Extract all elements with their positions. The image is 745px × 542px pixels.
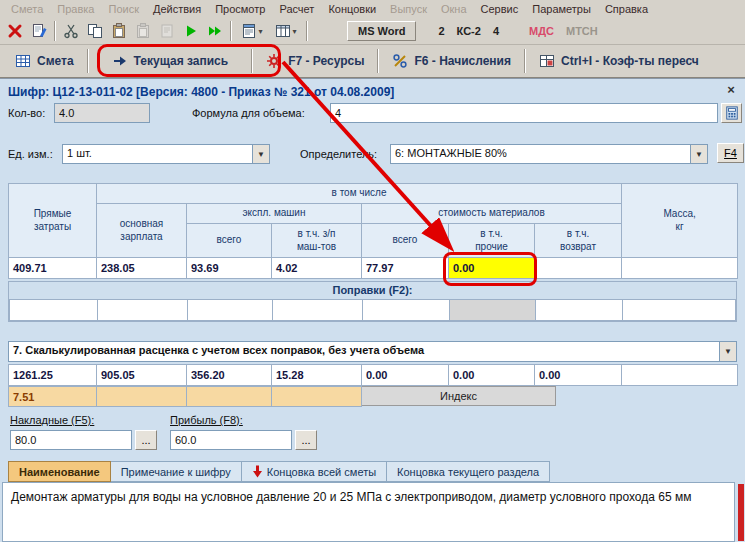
menu-item-okna[interactable]: Окна [434, 2, 474, 16]
tab-name[interactable]: Наименование [8, 461, 111, 482]
calc-cell-mass[interactable] [622, 365, 738, 386]
unit-select[interactable]: 1 шт. ▼ [62, 144, 270, 164]
edit-record-button[interactable] [27, 20, 51, 43]
menu-item-vypusk[interactable]: Выпуск [383, 2, 434, 16]
calc-cell-base-wage[interactable]: 905.05 [97, 365, 187, 386]
mtsn-button[interactable]: МТСН [560, 23, 604, 39]
tab-code-note[interactable]: Примечание к шифру [111, 461, 242, 482]
volume-formula-field[interactable] [330, 103, 718, 123]
chevron-down-icon: ▾ [292, 27, 296, 36]
index-empty-cell[interactable] [187, 387, 272, 407]
cell-materials-total[interactable]: 77.97 [362, 258, 449, 279]
cell-mass[interactable] [622, 258, 738, 279]
overhead-field[interactable] [10, 430, 132, 450]
dropdown-arrow-icon[interactable]: ▼ [252, 145, 269, 163]
unit-value: 1 шт. [67, 147, 249, 159]
copy-button[interactable] [83, 20, 107, 43]
resources-button[interactable]: F7 - Ресурсы [257, 49, 373, 73]
toolbar-separator [54, 21, 56, 41]
paste-special-button[interactable] [131, 20, 155, 43]
menu-item-prosmotr[interactable]: Просмотр [208, 2, 272, 16]
cell-machines-total[interactable]: 93.69 [187, 258, 272, 279]
correction-cell[interactable] [188, 300, 273, 321]
calc-cell-direct[interactable]: 1261.25 [9, 365, 97, 386]
columns-button[interactable]: ▾ [269, 20, 303, 43]
paste-special-icon [135, 23, 151, 39]
menu-item-servis[interactable]: Сервис [474, 2, 526, 16]
overhead-more-button[interactable]: ... [135, 430, 157, 450]
correction-cell[interactable] [363, 300, 450, 321]
smeta-view-label: Смета [37, 54, 74, 68]
determinant-select[interactable]: 6: МОНТАЖНЫЕ 80% ▼ [390, 144, 708, 164]
bottom-tabs: Наименование Примечание к шифру Концовка… [8, 461, 550, 483]
calc-cell-materials-return[interactable]: 0.00 [535, 365, 622, 386]
f4-button[interactable]: F4 [717, 143, 744, 163]
correction-cell[interactable] [536, 300, 623, 321]
profit-more-button[interactable]: ... [295, 430, 317, 450]
current-record-button[interactable]: Текущая запись [103, 49, 238, 73]
toolbar-separator [524, 49, 526, 73]
menu-item-deystviya[interactable]: Действия [146, 2, 208, 16]
quantity-field[interactable] [54, 103, 150, 123]
menu-item-raschet[interactable]: Расчет [272, 2, 321, 16]
coefficients-button[interactable]: Ctrl+I - Коэф-ты пересч [530, 49, 708, 73]
cell-direct[interactable]: 409.71 [9, 258, 97, 279]
menu-bar: Смета Правка Поиск Действия Просмотр Рас… [0, 0, 745, 18]
col-header-mass: Масса, кг [622, 184, 738, 258]
accruals-button[interactable]: F6 - Начисления [383, 49, 520, 73]
chevron-down-icon: ▾ [258, 27, 262, 36]
calculation-mode-select[interactable]: 7. Скалькулированная расценка с учетом в… [8, 341, 737, 362]
dropdown-arrow-icon[interactable]: ▼ [690, 145, 707, 163]
ms-word-button[interactable]: MS Word [347, 21, 416, 41]
delete-button[interactable] [3, 20, 27, 43]
index-empty-cell[interactable] [97, 387, 187, 407]
correction-cell[interactable] [10, 300, 98, 321]
smeta-view-button[interactable]: Смета [6, 49, 83, 73]
cell-machines-wage[interactable]: 4.02 [272, 258, 362, 279]
application-window: Смета Правка Поиск Действия Просмотр Рас… [0, 0, 745, 542]
calc-cell-materials-total[interactable]: 0.00 [362, 365, 449, 386]
col-header-machines-wage: в т.ч. з/п маш-тов [272, 224, 362, 258]
run-button[interactable] [179, 20, 203, 43]
corrections-section: Поправки (F2): [8, 281, 737, 322]
tab-ending-current-section[interactable]: Концовка текущего раздела [387, 461, 550, 482]
col-header-machines: экспл. машин [187, 204, 362, 224]
calculator-button[interactable] [721, 103, 742, 123]
close-icon[interactable]: × [723, 82, 739, 98]
menu-item-kontsovki[interactable]: Концовки [321, 2, 383, 16]
profit-field[interactable] [170, 430, 292, 450]
calc-cell-machines-total[interactable]: 356.20 [187, 365, 272, 386]
menu-item-spravka[interactable]: Справка [598, 2, 655, 16]
correction-cell[interactable] [623, 300, 736, 321]
run-all-button[interactable] [203, 20, 227, 43]
menu-item-poisk[interactable]: Поиск [101, 2, 145, 16]
dropdown-arrow-icon[interactable]: ▼ [719, 342, 736, 361]
paste-button[interactable] [107, 20, 131, 43]
cell-materials-other-highlighted[interactable]: 0.00 [449, 258, 535, 279]
index-value-cell[interactable]: 7.51 [9, 387, 97, 407]
insert-record-button[interactable] [155, 20, 179, 43]
index-caption: Индекс [362, 386, 556, 406]
cut-button[interactable] [59, 20, 83, 43]
index-empty-cell[interactable] [272, 387, 362, 407]
menu-item-parametry[interactable]: Параметры [525, 2, 598, 16]
tz-report-button[interactable]: ▾ [235, 20, 269, 43]
tab-ending-whole-estimate[interactable]: Концовка всей сметы [242, 461, 387, 482]
cell-base-wage[interactable]: 238.05 [97, 258, 187, 279]
mds-button[interactable]: МДС [523, 23, 560, 39]
correction-cell[interactable] [273, 300, 363, 321]
col-header-materials: стоимость материалов [362, 204, 622, 224]
cell-materials-return[interactable] [535, 258, 622, 279]
determinant-label: Определитель: [300, 148, 377, 160]
calculated-row: 1261.25 905.05 356.20 15.28 0.00 0.00 0.… [8, 364, 738, 386]
menu-item-smeta[interactable]: Смета [4, 2, 50, 16]
coefficients-label: Ctrl+I - Коэф-ты пересч [561, 54, 699, 68]
record-panel: Шифр: Ц12-13-011-02 [Версия: 4800 - Прик… [0, 78, 745, 542]
report-tz-icon [241, 23, 257, 39]
ks2-button[interactable]: КС-2 [451, 23, 487, 39]
correction-cell[interactable] [98, 300, 188, 321]
description-text[interactable]: Демонтаж арматуры для воды на условное д… [2, 482, 735, 542]
calc-cell-machines-wage[interactable]: 15.28 [272, 365, 362, 386]
menu-item-pravka[interactable]: Правка [50, 2, 101, 16]
calc-cell-materials-other[interactable]: 0.00 [449, 365, 535, 386]
